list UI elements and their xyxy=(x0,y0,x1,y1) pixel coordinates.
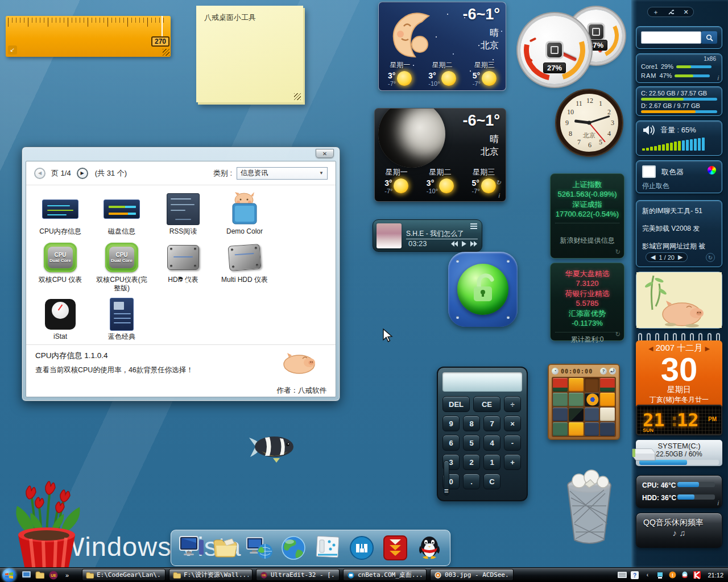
pager-next-icon[interactable]: ▶ xyxy=(678,253,682,261)
tray-chevron-icon[interactable]: ‹ xyxy=(643,571,652,580)
sticky-note-gadget[interactable]: 八戒桌面小工具 xyxy=(196,6,303,102)
taskbar-task-button[interactable]: cnBeta.COM_桌面... xyxy=(343,569,427,581)
category-select[interactable]: 信息资讯▼ xyxy=(237,167,328,180)
disk-usage-gadget[interactable]: C: 22.50 GB / 37.57 GB D: 2.67 GB / 9.77… xyxy=(636,86,722,116)
refresh-icon[interactable]: ↻ xyxy=(615,248,621,256)
taskbar-clock[interactable]: 21:12 xyxy=(708,572,723,579)
dock-computer-icon[interactable] xyxy=(177,534,206,562)
dock-globe-icon[interactable] xyxy=(279,534,308,562)
ruler-resize-handle[interactable] xyxy=(163,49,169,56)
calc-ce-button[interactable]: CE xyxy=(473,396,500,412)
calendar-next-icon[interactable]: ▶ xyxy=(705,345,709,352)
system-drive-gadget[interactable]: SYSTEM(C:) 22.50GB / 60% xyxy=(636,440,722,466)
digital-clock-gadget[interactable]: 21 : 12 PM SUN xyxy=(636,405,722,435)
puzzle-shuffle-button[interactable]: ⤾ xyxy=(609,368,616,375)
playlist-icon[interactable] xyxy=(470,223,477,229)
taskbar-task-button[interactable]: UE UltraEdit-32 - [... xyxy=(256,569,340,581)
color-swatch[interactable] xyxy=(642,165,656,178)
tray-alert-icon[interactable]: ! xyxy=(668,571,677,580)
info-icon[interactable]: i xyxy=(718,74,719,81)
calc-minus-button[interactable]: - xyxy=(504,435,521,451)
tray-kaspersky-icon[interactable] xyxy=(693,571,702,580)
puzzle-grid[interactable] xyxy=(552,377,616,437)
track-title[interactable]: S.H.E - 我们怎么了 xyxy=(406,229,478,239)
calc-key[interactable]: 6 xyxy=(442,435,460,451)
tray-help-icon[interactable]: ? xyxy=(630,571,639,580)
refresh-icon[interactable]: ↻ xyxy=(496,179,501,186)
sidebar-controls[interactable]: ＋ ✕ xyxy=(647,7,694,17)
calc-key[interactable]: 4 xyxy=(483,435,500,451)
news-item[interactable]: 影城官网网址过期 被 xyxy=(636,242,722,251)
weather-gadget-cartoon[interactable]: -6~1° 晴 北京 星期一 3°-7° 星期二 3°-10° 星期三 5°-7… xyxy=(378,2,506,91)
info-icon[interactable]: i xyxy=(499,192,500,199)
gadget-item[interactable]: Demo Color xyxy=(214,191,275,236)
taskbar-task-button[interactable]: E:\CodeGear\Lan\... xyxy=(82,569,166,581)
dock-maxthon-icon[interactable] xyxy=(348,534,376,562)
taskbar-task-button[interactable]: 003.jpg - ACDSee... xyxy=(430,569,514,581)
taskbar-task-button[interactable]: F:\设计资源\Wall... xyxy=(169,569,253,581)
news-feed-gadget[interactable]: 新的IM聊天工具- 51 完美卸载 V2008 发 影城官网网址过期 被 ◀ 1… xyxy=(636,200,722,267)
calc-key[interactable]: 5 xyxy=(463,435,480,451)
ruler-anchor-icon[interactable]: ↙ xyxy=(8,45,17,55)
calc-key[interactable]: . xyxy=(463,473,480,489)
calc-plus-button[interactable]: + xyxy=(504,454,521,470)
picture-puzzle-gadget[interactable]: ◔ 00:00:00 ? ⤾ xyxy=(548,364,620,440)
gadget-item[interactable]: RSS阅读 xyxy=(152,191,214,236)
volume-gadget[interactable]: 音量 : 65% xyxy=(636,120,722,156)
refresh-icon[interactable]: ↻ xyxy=(615,331,621,338)
fish-gadget[interactable] xyxy=(248,431,298,463)
dock-qq-icon[interactable] xyxy=(415,534,444,562)
gadget-item[interactable]: 蓝色经典 xyxy=(91,296,152,341)
calc-key[interactable]: C xyxy=(483,473,500,489)
info-icon[interactable]: i xyxy=(718,500,719,506)
search-gadget[interactable] xyxy=(636,26,722,49)
weather-gadget-moon[interactable]: -6~1° 晴 北京 星期一 3°-7° 星期二 3°-10° 星期三 5°-7… xyxy=(374,108,506,202)
dock-settings-panel-icon[interactable] xyxy=(313,534,342,562)
tray-keyboard-icon[interactable] xyxy=(618,571,627,580)
news-item[interactable]: 完美卸载 V2008 发 xyxy=(636,224,722,234)
calc-equals-button[interactable]: = xyxy=(444,460,449,496)
quicklaunch-show-desktop-icon[interactable] xyxy=(21,570,31,580)
next-button[interactable] xyxy=(470,241,477,247)
previous-button[interactable] xyxy=(451,241,458,247)
dock-flashget-icon[interactable] xyxy=(381,534,410,562)
calc-divide-button[interactable]: ÷ xyxy=(504,396,521,412)
gadget-item[interactable]: CPUDual Core 双核CPU 仪表 xyxy=(30,239,91,293)
page-prev-button[interactable]: ◀ xyxy=(34,168,46,179)
calc-del-button[interactable]: DEL xyxy=(442,396,470,412)
security-lock-gadget[interactable] xyxy=(448,252,518,327)
news-item[interactable]: 新的IM聊天工具- 51 xyxy=(636,206,722,216)
dock-network-icon[interactable] xyxy=(245,534,274,562)
news-pager[interactable]: ◀ 1 / 20 ▶ xyxy=(646,252,688,262)
gadget-item[interactable]: cpu iStat xyxy=(30,296,91,341)
fund-gadget[interactable]: 华夏大盘精选 7.3120 荷银行业精选 5.5785 汇添富优势 -0.117… xyxy=(550,263,624,341)
gadget-item[interactable]: Multi HDD 仪表 xyxy=(214,239,275,293)
calc-key[interactable]: 8 xyxy=(463,415,480,431)
ruler-marker[interactable] xyxy=(162,16,163,39)
pager-prev-icon[interactable]: ◀ xyxy=(651,253,655,261)
analog-clock-gadget[interactable]: 12 1 2 3 4 5 6 7 8 9 10 11 北京 xyxy=(556,90,622,156)
calc-key[interactable]: 1 xyxy=(483,454,500,470)
close-sidebar-icon[interactable]: ✕ xyxy=(683,9,688,16)
calendar-gadget[interactable]: ◀ 2007 十二月 ▶ 30 星期日 丁亥(猪)年冬月廿一 xyxy=(636,333,722,409)
recycle-bin-icon[interactable] xyxy=(559,468,620,548)
wrench-icon[interactable] xyxy=(668,9,674,15)
cpu-ram-gadget[interactable]: 1x86 Core1 29% RAM 47% i xyxy=(636,53,722,83)
start-button[interactable] xyxy=(2,568,16,582)
sticky-note-text[interactable]: 八戒桌面小工具 xyxy=(196,6,303,30)
news-refresh-icon[interactable]: ↻ xyxy=(706,253,715,262)
play-button[interactable] xyxy=(462,241,466,247)
volume-equalizer[interactable] xyxy=(642,137,705,151)
qq-music-gadget[interactable]: QQ音乐休闲频率 ♪ ♫ xyxy=(636,513,722,548)
calendar-prev-icon[interactable]: ◀ xyxy=(648,345,653,352)
gadget-item[interactable]: HDD 仪表 xyxy=(152,239,214,293)
gadget-item[interactable]: CPUDual Core 双核CPU仪表(完整版) xyxy=(91,239,152,293)
dock[interactable] xyxy=(171,530,450,566)
page-next-button[interactable]: ▶ xyxy=(77,168,88,179)
ruler-gadget[interactable]: 270 ↙ xyxy=(6,16,171,57)
search-button[interactable] xyxy=(701,31,717,44)
add-gadget-icon[interactable]: ＋ xyxy=(652,8,659,16)
dock-folder-icon[interactable] xyxy=(212,534,240,562)
gadget-item[interactable]: 磁盘信息 xyxy=(91,191,152,236)
color-picker-gadget[interactable]: 取色器 停止取色 xyxy=(636,160,722,193)
